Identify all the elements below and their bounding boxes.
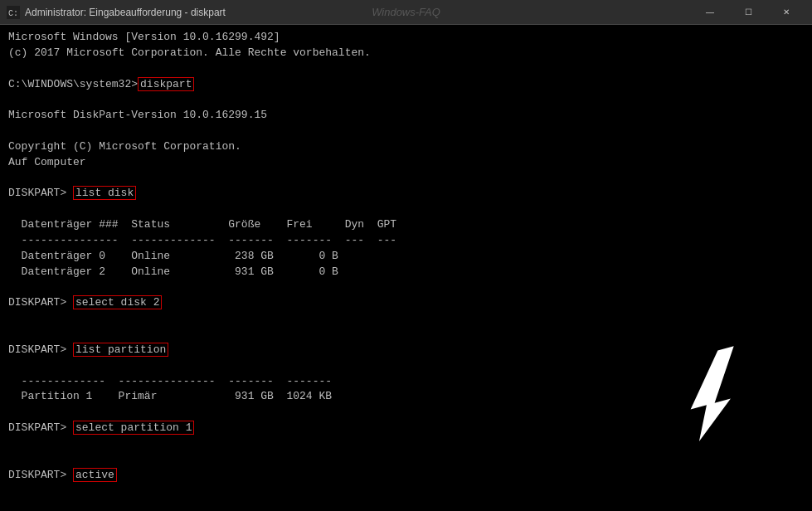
line-auf-computer: Auf Computer [8, 155, 804, 171]
select-partition-cmd: select partition 1 [73, 421, 194, 435]
line-blank2 [8, 92, 804, 108]
line-blank6 [8, 280, 804, 296]
line-disk-header: Datenträger ### Status Größe Frei Dyn GP… [8, 217, 804, 233]
app-icon: C: [7, 6, 20, 19]
line-blank13 [8, 483, 804, 499]
line-blank4 [8, 171, 804, 187]
list-disk-cmd: list disk [73, 186, 136, 200]
line-ms-corp: Copyright (C) Microsoft Corporation. [8, 139, 804, 155]
line-windows-version: Microsoft Windows [Version 10.0.16299.49… [8, 30, 804, 46]
line-prompt-list-disk: DISKPART> list disk [8, 186, 804, 202]
arrow-icon [663, 345, 762, 445]
arrow-annotation [663, 345, 762, 445]
line-prompt1: C:\WINDOWS\system32>diskpart [8, 77, 804, 93]
titlebar-left: C: Administrator: Eingabeaufforderung - … [7, 6, 226, 19]
line-copyright: (c) 2017 Microsoft Corporation. Alle Rec… [8, 46, 804, 61]
window-title: Administrator: Eingabeaufforderung - dis… [25, 7, 226, 18]
active-cmd: active [73, 468, 117, 482]
select-disk-cmd: select disk 2 [73, 295, 162, 309]
line-disk-separator: --------------- ------------- ------- --… [8, 233, 804, 249]
list-partition-cmd: list partition [73, 343, 168, 357]
line-blank5 [8, 202, 804, 217]
svg-marker-3 [678, 346, 755, 441]
diskpart-cmd: diskpart [138, 77, 194, 91]
line-blank8 [8, 327, 804, 343]
window-controls[interactable]: — ☐ ✕ [691, 0, 805, 25]
watermark: Windows-FAQ [372, 6, 440, 18]
svg-text:C:: C: [8, 9, 18, 18]
minimize-button[interactable]: — [691, 0, 729, 25]
line-blank12 [8, 452, 804, 468]
line-prompt-select-disk: DISKPART> select disk 2 [8, 295, 804, 311]
titlebar: C: Administrator: Eingabeaufforderung - … [0, 0, 812, 25]
line-blank3 [8, 124, 804, 139]
line-disk0: Datenträger 0 Online 238 GB 0 B [8, 249, 804, 265]
line-disk2: Datenträger 2 Online 931 GB 0 B [8, 265, 804, 280]
maximize-button[interactable]: ☐ [729, 0, 767, 25]
line-blank7 [8, 311, 804, 327]
line-blank1 [8, 61, 804, 77]
terminal-window: Microsoft Windows [Version 10.0.16299.49… [0, 25, 812, 511]
close-button[interactable]: ✕ [767, 0, 805, 25]
line-prompt-active: DISKPART> active [8, 468, 804, 484]
line-blank14 [8, 499, 804, 511]
line-diskpart-version: Microsoft DiskPart-Version 10.0.16299.15 [8, 108, 804, 124]
